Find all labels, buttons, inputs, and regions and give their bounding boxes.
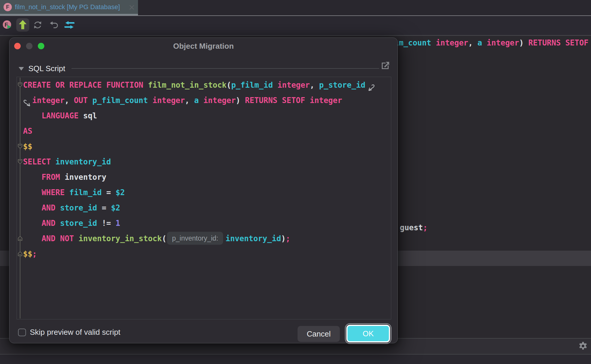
code-token xyxy=(23,234,42,243)
code-token: 1 xyxy=(116,219,120,228)
section-rule xyxy=(72,68,379,69)
code-token: $2 xyxy=(116,188,125,197)
fold-end-icon[interactable] xyxy=(18,236,22,241)
code-token: film_not_in_stock xyxy=(148,81,227,89)
code-token xyxy=(23,111,42,120)
function-file-icon: F xyxy=(4,3,12,11)
code-token: , xyxy=(65,96,74,105)
code-token: AND NOT xyxy=(42,234,79,243)
undo-icon[interactable] xyxy=(50,21,59,29)
code-token: OUT xyxy=(74,96,92,105)
section-collapse-icon[interactable] xyxy=(19,67,24,71)
cancel-button[interactable]: Cancel xyxy=(298,326,340,342)
code-token: = xyxy=(102,203,111,212)
tab-close-icon[interactable] xyxy=(128,4,135,11)
code-token: inventory_in_stock xyxy=(79,234,162,243)
code-token xyxy=(23,203,42,212)
merge-arrows-icon[interactable] xyxy=(64,21,75,29)
fold-start-icon[interactable] xyxy=(18,159,22,164)
code-token: guest xyxy=(400,223,423,232)
code-line: $$; xyxy=(23,246,37,262)
open-in-editor-icon[interactable] xyxy=(381,61,389,69)
code-line: SELECT inventory_id xyxy=(23,154,111,169)
code-line: AND NOT inventory_in_stock(p_inventory_i… xyxy=(23,231,290,246)
dialog-title: Object Migration xyxy=(9,42,397,50)
editor-tab[interactable]: F film_not_in_stock [My PG Database] xyxy=(0,0,138,15)
code-token xyxy=(23,219,42,228)
code-token: integer xyxy=(32,96,65,105)
app-window: F film_not_in_stock [My PG Database] F xyxy=(0,0,591,364)
sql-script-editor[interactable]: CREATE OR REPLACE FUNCTION film_not_in_s… xyxy=(17,77,391,319)
code-token: ) xyxy=(281,234,286,243)
code-line: AS xyxy=(23,123,32,139)
code-token: , xyxy=(468,38,477,47)
settings-gear-icon[interactable] xyxy=(579,342,587,350)
code-token: inventory_id xyxy=(56,157,111,166)
bottom-panel xyxy=(0,355,591,364)
code-token: , xyxy=(310,81,319,89)
code-token: ; xyxy=(32,249,37,258)
code-token: AND xyxy=(42,219,60,228)
code-token xyxy=(23,188,42,197)
code-token: inventory_id xyxy=(225,234,281,243)
code-token: p_store_id xyxy=(319,81,366,89)
tab-bar: F film_not_in_stock [My PG Database] xyxy=(0,0,591,16)
code-token: AND xyxy=(42,203,60,212)
code-line: AND store_id != 1 xyxy=(23,216,120,231)
code-token: sql xyxy=(83,111,97,120)
code-token: integer xyxy=(436,38,468,47)
code-token: $$ xyxy=(23,142,32,151)
code-token: , xyxy=(185,96,194,105)
upload-button[interactable] xyxy=(16,18,29,32)
code-token: lm_count xyxy=(394,38,436,47)
code-token: p_film_count xyxy=(92,96,153,105)
code-line: CREATE OR REPLACE FUNCTION film_not_in_s… xyxy=(23,77,365,93)
code-line: WHERE film_id = $2 xyxy=(23,185,125,200)
code-token: p_inventory_id: xyxy=(167,232,223,245)
fold-end-icon[interactable] xyxy=(18,251,22,256)
code-line: AND store_id = $2 xyxy=(23,200,120,216)
fold-start-icon[interactable] xyxy=(18,144,22,149)
background-code-line: guest; xyxy=(400,220,428,235)
code-token xyxy=(23,173,42,182)
code-token: a xyxy=(478,38,487,47)
code-token: integer xyxy=(152,96,185,105)
code-token: RETURNS SETOF integer xyxy=(245,96,342,105)
skip-preview-checkbox[interactable] xyxy=(18,329,26,336)
code-token: inventory xyxy=(65,173,106,182)
code-token: ) xyxy=(236,96,245,105)
code-token: a xyxy=(194,96,203,105)
soft-wrap-end-icon xyxy=(367,84,376,92)
run-function-icon[interactable]: F xyxy=(3,20,12,30)
refresh-icon[interactable] xyxy=(33,20,42,30)
code-token: FROM xyxy=(42,173,65,182)
code-token: SELECT xyxy=(23,157,56,166)
object-migration-dialog: Object Migration SQL Script CREATE OR RE… xyxy=(9,37,398,343)
code-token: $2 xyxy=(111,203,120,212)
code-line: FROM inventory xyxy=(23,169,106,185)
code-token: integer xyxy=(487,38,519,47)
code-token: ) xyxy=(519,38,528,47)
ok-button[interactable]: OK xyxy=(346,325,390,342)
code-token: integer xyxy=(203,96,236,105)
code-token: ; xyxy=(286,234,290,243)
skip-preview-label: Skip preview of valid script xyxy=(30,328,120,337)
code-token: != xyxy=(102,219,116,228)
code-line: $$ xyxy=(23,139,32,154)
code-token: store_id xyxy=(60,203,102,212)
code-token: = xyxy=(106,188,116,197)
code-token: integer xyxy=(277,81,310,89)
code-token: CREATE OR REPLACE FUNCTION xyxy=(23,81,148,89)
code-line: integer, OUT p_film_count integer, a int… xyxy=(32,93,342,108)
code-token: store_id xyxy=(60,219,102,228)
gutter-fold-line xyxy=(20,78,20,319)
code-token: AS xyxy=(23,127,32,136)
code-token: film_id xyxy=(69,188,106,197)
fold-start-icon[interactable] xyxy=(18,82,22,87)
code-token: RETURNS SETOF xyxy=(528,38,589,47)
code-token: $$ xyxy=(23,249,32,258)
code-token: ; xyxy=(423,223,428,232)
soft-wrap-start-icon xyxy=(23,99,32,108)
code-line: LANGUAGE sql xyxy=(23,108,97,123)
code-token: WHERE xyxy=(42,188,69,197)
